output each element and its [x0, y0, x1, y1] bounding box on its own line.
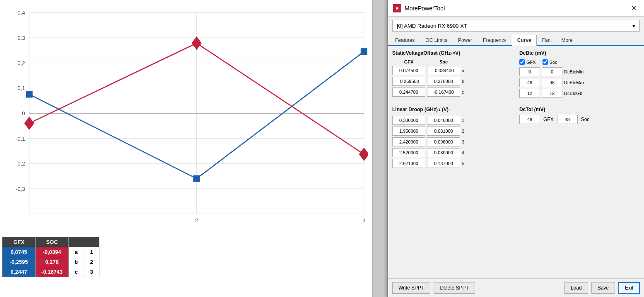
ld-row-2: 2	[392, 127, 513, 136]
svo-gfx-c[interactable]	[392, 88, 425, 97]
gfx-value-2: -0,2595	[2, 257, 36, 267]
table-row: 0,2447 -0,16743 c 3	[2, 267, 99, 277]
svo-gfx-b[interactable]	[392, 77, 425, 86]
svo-soc-b[interactable]	[427, 77, 460, 86]
tab-oc-limits[interactable]: OC Limits	[420, 35, 453, 45]
chart-container: 0,4 0,3 0,2 0,1 0 -0,1 -0,2 -0,3 2 3	[4, 4, 368, 231]
ld-num-1: 1	[462, 118, 467, 123]
dcbtc-gfx-max[interactable]	[519, 78, 540, 87]
dcbtc-row-min: DcBtcMin	[519, 67, 640, 76]
label-3: c	[69, 267, 84, 277]
ld-col1-3[interactable]	[392, 137, 425, 146]
ld-col2-5[interactable]	[427, 159, 460, 168]
ld-col1-4[interactable]	[392, 148, 425, 157]
tab-frequency[interactable]: Frequency	[478, 35, 512, 45]
svg-marker-28	[359, 148, 368, 161]
dcbtc-row-gb: DcBtcGb	[519, 89, 640, 98]
data-table: GFX SOC 0,0745 -0,0394 a 1 -0,2595 0,278…	[2, 237, 99, 277]
dcbtc-min-label: DcBtcMin	[564, 69, 589, 74]
ld-col1-2[interactable]	[392, 127, 425, 136]
ld-row-4: 4	[392, 148, 513, 157]
tab-curve[interactable]: Curve	[512, 35, 537, 46]
dcbtc-soc-checkbox-label[interactable]: Soc	[543, 59, 557, 65]
dctol-gfx-label: GFX	[543, 117, 554, 122]
load-button[interactable]: Load	[564, 282, 588, 294]
exit-button[interactable]: Exit	[618, 282, 640, 294]
gpu-selector[interactable]: [0] AMD Radeon RX 6900 XT ▾	[392, 20, 640, 32]
svo-col-headers: GFX Soc	[392, 59, 513, 64]
delete-sppt-button[interactable]: Delete SPPT	[434, 282, 475, 294]
table-row: 0,0745 -0,0394 a 1	[2, 247, 99, 257]
dcbtc-gfx-gb[interactable]	[519, 89, 540, 98]
table-area: GFX SOC 0,0745 -0,0394 a 1 -0,2595 0,278…	[0, 235, 372, 297]
svo-gfx-a[interactable]	[392, 66, 425, 75]
ld-num-3: 3	[462, 139, 467, 144]
dcbtc-soc-min[interactable]	[542, 67, 562, 76]
dcbtc-gfx-checkbox-label[interactable]: GFX	[519, 59, 536, 65]
title-left: ■ MorePowerTool	[393, 4, 445, 12]
dctol-title: DcTol (mV)	[519, 107, 640, 112]
svo-soc-a[interactable]	[427, 66, 460, 75]
soc-value-1: -0,0394	[36, 247, 69, 257]
dctol-section: DcTol (mV) GFX Soc	[519, 107, 640, 170]
write-sppt-button[interactable]: Write SPPT	[392, 282, 430, 294]
chart-area: 0,4 0,3 0,2 0,1 0 -0,1 -0,2 -0,3 2 3	[0, 0, 373, 297]
svo-soc-c[interactable]	[427, 88, 460, 97]
svg-text:-0,1: -0,1	[16, 136, 25, 142]
gpu-dropdown[interactable]: [0] AMD Radeon RX 6900 XT ▾	[392, 20, 640, 32]
svg-marker-26	[24, 117, 34, 130]
dcbtc-row-max: DcBtcMax	[519, 78, 640, 87]
svo-col-soc: Soc	[427, 59, 460, 64]
svg-rect-25	[361, 48, 367, 55]
dctol-soc-label: Soc	[581, 117, 590, 122]
svg-text:-0,3: -0,3	[16, 186, 25, 192]
svo-label-c: c	[462, 90, 467, 95]
dctol-gfx-value[interactable]	[519, 115, 540, 124]
dcbtc-title: DcBtc (mV)	[519, 50, 640, 56]
dcbtc-soc-gb[interactable]	[542, 89, 562, 98]
svg-text:0,3: 0,3	[17, 35, 25, 41]
dcbtc-gb-label: DcBtcGb	[564, 91, 589, 96]
soc-value-3: -0,16743	[36, 267, 69, 277]
table-row: -0,2595 0,278 b 2	[2, 257, 99, 267]
dcbtc-checkbox-row: GFX Soc	[519, 59, 640, 65]
tab-power[interactable]: Power	[453, 35, 478, 45]
soc-value-2: 0,278	[36, 257, 69, 267]
svg-text:3: 3	[362, 217, 365, 224]
tab-more[interactable]: More	[556, 35, 578, 45]
tab-bar: Features OC Limits Power Frequency Curve…	[388, 35, 644, 46]
tab-fan[interactable]: Fan	[537, 35, 556, 45]
dcbtc-soc-max[interactable]	[542, 78, 562, 87]
svo-label-b: b	[462, 79, 467, 84]
close-button[interactable]: ✕	[629, 3, 639, 13]
ld-col2-1[interactable]	[427, 116, 460, 125]
tab-features[interactable]: Features	[390, 35, 420, 45]
dcbtc-soc-checkbox[interactable]	[543, 59, 548, 65]
svo-row-c: c	[392, 88, 513, 97]
dctol-soc-value[interactable]	[557, 115, 578, 124]
ld-col1-5[interactable]	[392, 159, 425, 168]
ld-num-2: 2	[462, 129, 467, 134]
top-sections: StaticVoltageOffset (GHz->V) GFX Soc a b	[392, 50, 640, 100]
save-button[interactable]: Save	[591, 282, 615, 294]
svo-row-a: a	[392, 66, 513, 75]
ld-col2-2[interactable]	[427, 127, 460, 136]
svg-text:0,4: 0,4	[17, 10, 25, 16]
static-voltage-offset-section: StaticVoltageOffset (GHz->V) GFX Soc a b	[392, 50, 513, 100]
col-header-gfx: GFX	[2, 237, 36, 247]
ld-row-3: 3	[392, 137, 513, 146]
dcbtc-gfx-label: GFX	[526, 60, 536, 65]
linear-droop-section: Linear Droop (GHz) / (V) 1 2 3	[392, 107, 513, 170]
ld-col1-1[interactable]	[392, 116, 425, 125]
ld-col2-3[interactable]	[427, 137, 460, 146]
svg-rect-24	[193, 175, 200, 182]
mpt-window: ■ MorePowerTool ✕ [0] AMD Radeon RX 6900…	[387, 0, 644, 297]
gfx-value-1: 0,0745	[2, 247, 36, 257]
bottom-sections: Linear Droop (GHz) / (V) 1 2 3	[392, 107, 640, 170]
ld-col2-4[interactable]	[427, 148, 460, 157]
col-header-3	[69, 237, 84, 247]
ld-num-5: 5	[462, 161, 467, 166]
ld-row-5: 5	[392, 159, 513, 168]
dcbtc-gfx-checkbox[interactable]	[519, 59, 525, 65]
dcbtc-gfx-min[interactable]	[519, 67, 540, 76]
